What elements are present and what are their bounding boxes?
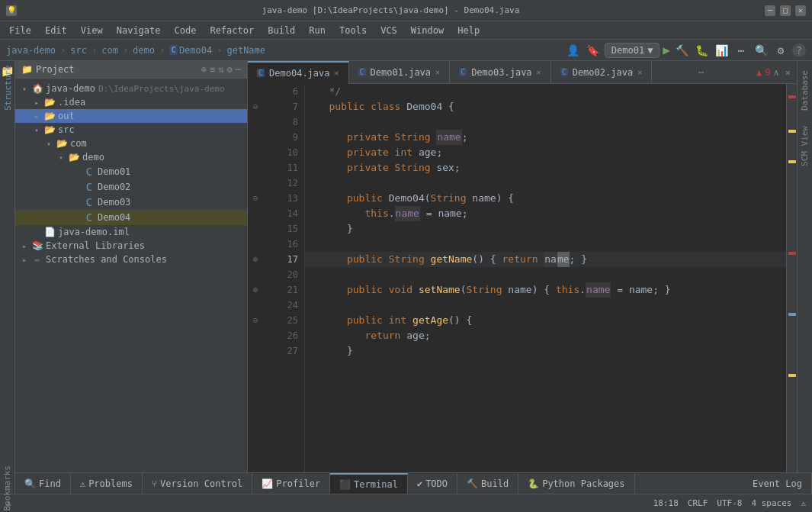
tab-problems[interactable]: ⚠ Problems — [71, 473, 143, 494]
help-button[interactable]: ? — [792, 43, 806, 57]
fold-icon-7[interactable]: ⊖ — [252, 101, 258, 112]
scmview-label[interactable]: SCM View — [798, 120, 811, 172]
gutter-17[interactable]: ⊕ — [248, 252, 263, 267]
code-line-7[interactable]: public class Demo04 { — [305, 99, 786, 114]
code-line-11[interactable]: private String sex; — [305, 160, 786, 175]
tab-demo04[interactable]: C Demo04.java ✕ — [248, 61, 349, 84]
close-button[interactable]: ✕ — [795, 5, 806, 16]
expand-arrow[interactable]: ▾ — [43, 140, 55, 148]
menu-build[interactable]: Build — [262, 24, 301, 37]
tree-iml[interactable]: 📄 java-demo.iml — [15, 225, 247, 239]
nav-method[interactable]: getName — [226, 45, 265, 56]
code-line-10[interactable]: private int age; — [305, 145, 786, 160]
expand-arrow[interactable]: ▸ — [30, 112, 43, 121]
tree-external-libs[interactable]: ▸ 📚 External Libraries — [15, 239, 247, 253]
more-icon[interactable]: ⋯ — [733, 42, 749, 59]
menu-help[interactable]: Help — [451, 24, 486, 37]
bookmark-nav-icon[interactable]: 🔖 — [585, 42, 602, 59]
run-config-dropdown[interactable]: ▼ — [647, 45, 653, 56]
menu-refactor[interactable]: Refactor — [204, 24, 260, 37]
title-right-icons[interactable]: ─ □ ✕ — [765, 5, 806, 16]
nav-com[interactable]: com — [101, 45, 118, 56]
code-line-24[interactable] — [305, 298, 786, 313]
debug-icon[interactable]: 🐛 — [693, 42, 710, 59]
tab-demo04-close[interactable]: ✕ — [335, 69, 339, 77]
fold-icon-21[interactable]: ⊕ — [252, 285, 258, 295]
gutter-13[interactable]: ⊖ — [248, 191, 263, 206]
code-content[interactable]: */ public class Demo04 { private String … — [305, 84, 786, 472]
expand-arrow[interactable]: ▸ — [18, 256, 30, 264]
tree-scratches[interactable]: ▸ ✏ Scratches and Consoles — [15, 253, 247, 266]
menu-code[interactable]: Code — [168, 24, 203, 37]
side-bookmarks-icon[interactable]: Structure — [1, 81, 14, 95]
menu-navigate[interactable]: Navigate — [111, 24, 167, 37]
tree-com[interactable]: ▾ 📂 com — [15, 137, 247, 150]
tree-root[interactable]: ▾ 🏠 java-demo D:\IdeaProjects\java-demo — [15, 82, 247, 95]
tree-demo04[interactable]: C Demo04 — [15, 210, 247, 225]
cursor-position[interactable]: 18:18 — [653, 498, 679, 508]
minimize-button[interactable]: ─ — [765, 5, 775, 16]
code-line-13[interactable]: public Demo04( String name) { — [305, 191, 786, 206]
project-settings-icon[interactable]: ⊕ — [201, 64, 207, 75]
project-more-icon[interactable]: ⋯ — [236, 64, 241, 75]
tab-demo01[interactable]: C Demo01.java ✕ — [349, 61, 451, 84]
code-line-17[interactable]: 💡 public String getName () { return na m… — [305, 252, 786, 267]
code-line-6[interactable]: */ — [305, 84, 786, 99]
code-line-26[interactable]: return age; — [305, 328, 786, 343]
settings-button[interactable]: ⚙ — [772, 42, 789, 59]
fold-icon-17[interactable]: ⊕ — [252, 254, 258, 265]
menu-window[interactable]: Window — [405, 24, 450, 37]
menu-vcs[interactable]: VCS — [374, 24, 403, 37]
tab-demo02[interactable]: C Demo02.java ✕ — [551, 61, 653, 84]
run-config-selector[interactable]: Demo01 ▼ — [605, 43, 660, 58]
warnings-icon[interactable]: ⚠ — [801, 498, 806, 508]
gutter-25[interactable]: ⊖ — [248, 313, 263, 328]
nav-src[interactable]: src — [70, 45, 87, 56]
nav-class[interactable]: C Demo04 — [169, 45, 212, 56]
tree-demo03[interactable]: C Demo03 — [15, 195, 247, 210]
expand-errors-icon[interactable]: ∧ — [774, 67, 779, 78]
menu-run[interactable]: Run — [303, 24, 332, 37]
user-icon[interactable]: 👤 — [565, 42, 582, 59]
tree-idea[interactable]: ▸ 📂 .idea — [15, 95, 247, 109]
tab-find[interactable]: 🔍 Find — [15, 473, 71, 494]
bookmarks-label[interactable]: Bookmarks — [2, 465, 12, 511]
close-tab-area[interactable]: ✕ — [785, 67, 791, 78]
project-sort-icon[interactable]: ⇅ — [218, 64, 223, 75]
expand-arrow[interactable]: ▾ — [18, 85, 30, 93]
code-line-15[interactable]: } — [305, 221, 786, 237]
tab-profiler[interactable]: 📈 Profiler — [252, 473, 330, 494]
maximize-button[interactable]: □ — [780, 5, 791, 16]
coverage-icon[interactable]: 📊 — [713, 42, 730, 59]
indent-info[interactable]: 4 spaces — [751, 498, 791, 508]
nav-project[interactable]: java-demo — [6, 45, 56, 56]
gutter-21[interactable]: ⊕ — [248, 282, 263, 298]
code-line-25[interactable]: public int getAge () { — [305, 313, 786, 328]
tree-src[interactable]: ▾ 📂 src — [15, 123, 247, 137]
encoding[interactable]: UTF-8 — [717, 498, 742, 508]
code-line-27[interactable]: } — [305, 343, 786, 359]
code-line-12[interactable] — [305, 175, 786, 191]
fold-icon-13[interactable]: ⊖ — [252, 193, 258, 204]
tabs-more-button[interactable]: ⋯ — [692, 67, 710, 78]
tab-event-log[interactable]: Event Log — [743, 473, 812, 494]
tab-build[interactable]: 🔨 Build — [457, 473, 518, 494]
menu-tools[interactable]: Tools — [333, 24, 373, 37]
gutter-7[interactable]: ⊖ — [248, 99, 263, 114]
code-line-8[interactable] — [305, 114, 786, 130]
tab-demo01-close[interactable]: ✕ — [435, 68, 440, 76]
tree-out[interactable]: ▸ 📂 out — [15, 109, 247, 123]
code-line-16[interactable] — [305, 237, 786, 252]
code-line-20[interactable] — [305, 267, 786, 282]
editor[interactable]: ⊖ ⊖ ⊕ ⊕ — [248, 84, 797, 472]
search-button[interactable]: 🔍 — [753, 42, 769, 59]
expand-arrow[interactable]: ▸ — [18, 242, 30, 250]
fold-icon-25[interactable]: ⊖ — [252, 315, 258, 326]
tab-demo03-close[interactable]: ✕ — [537, 68, 541, 76]
tab-terminal[interactable]: ⬛ Terminal — [330, 473, 408, 494]
build-icon[interactable]: 🔨 — [673, 42, 690, 59]
expand-arrow[interactable]: ▸ — [30, 98, 43, 107]
tree-demo[interactable]: ▾ 📂 demo — [15, 150, 247, 164]
tab-python-packages[interactable]: 🐍 Python Packages — [518, 473, 634, 494]
expand-arrow[interactable]: ▾ — [30, 126, 43, 134]
